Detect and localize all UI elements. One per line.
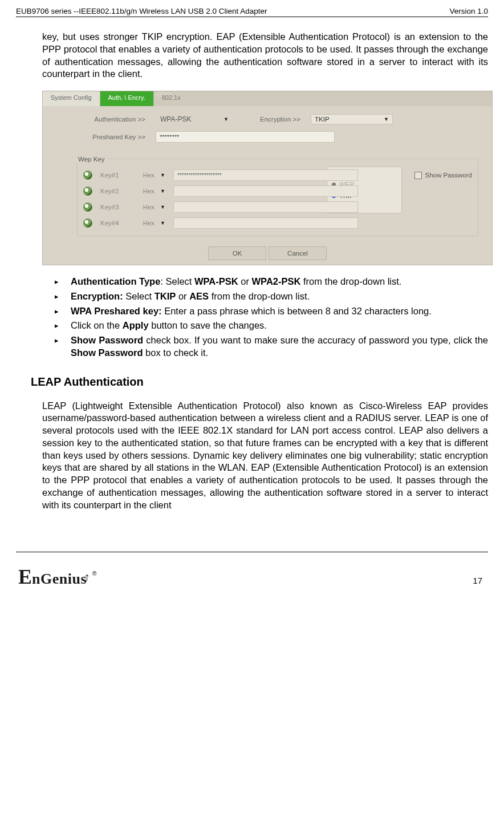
bullet-show-password: Show Password check box. If you want to … bbox=[71, 334, 488, 359]
section-title-leap: LEAP Authentication bbox=[31, 375, 488, 389]
bullet-list: ▸ Authentication Type: Select WPA-PSK or… bbox=[55, 276, 488, 359]
show-password-checkbox[interactable]: Show Password bbox=[414, 172, 472, 179]
checkbox-icon bbox=[414, 172, 422, 179]
ok-button[interactable]: OK bbox=[208, 246, 266, 260]
key4-radio[interactable] bbox=[83, 219, 92, 228]
wep-legend: Wep Key bbox=[75, 156, 108, 163]
arrow-icon: ▸ bbox=[55, 276, 71, 288]
leap-paragraph: LEAP (Lightweight Extensible Authenticat… bbox=[42, 400, 488, 512]
key1-label: Key#1 bbox=[100, 172, 123, 179]
key1-radio[interactable] bbox=[83, 171, 92, 180]
page-footer: EnGenius⤴® 17 bbox=[16, 552, 488, 589]
enc-label: Encryption >> bbox=[243, 116, 300, 123]
intro-paragraph: key, but uses stronger TKIP encryption. … bbox=[42, 31, 488, 80]
bullet-auth-type: Authentication Type: Select WPA-PSK or W… bbox=[71, 276, 488, 288]
key1-input[interactable]: ******************** bbox=[173, 169, 358, 181]
arrow-icon: ▸ bbox=[55, 334, 71, 359]
key1-format[interactable]: Hex▼ bbox=[131, 172, 165, 179]
auth-label: Authentication >> bbox=[77, 116, 145, 123]
header-right: Version 1.0 bbox=[449, 7, 488, 15]
key3-radio[interactable] bbox=[83, 203, 92, 212]
arrow-icon: ▸ bbox=[55, 319, 71, 332]
key2-label: Key#2 bbox=[100, 188, 123, 195]
arrow-icon: ▸ bbox=[55, 290, 71, 303]
key4-input[interactable] bbox=[173, 217, 358, 229]
key4-label: Key#4 bbox=[100, 220, 123, 226]
encryption-select[interactable]: TKIP ▼ bbox=[311, 114, 393, 124]
key2-format[interactable]: Hex▼ bbox=[131, 188, 165, 195]
auth-value: WPA-PSK bbox=[160, 115, 191, 123]
engenius-logo: EnGenius⤴® bbox=[18, 565, 95, 589]
key4-format[interactable]: Hex▼ bbox=[131, 220, 165, 226]
key3-label: Key#3 bbox=[100, 204, 123, 211]
psk-label: Preshared Key >> bbox=[77, 134, 145, 140]
key3-input[interactable] bbox=[173, 201, 358, 213]
page-number: 17 bbox=[473, 576, 486, 589]
tab-8021x[interactable]: 802.1x bbox=[154, 91, 174, 98]
key2-input[interactable] bbox=[173, 185, 358, 197]
bullet-preshared-key: WPA Preshared key: Enter a pass phrase w… bbox=[71, 305, 488, 318]
psk-input[interactable]: ******** bbox=[156, 131, 335, 143]
tab-auth-encry[interactable]: Auth. \ Encry. bbox=[100, 91, 154, 106]
chevron-down-icon: ▼ bbox=[384, 116, 389, 122]
cancel-button[interactable]: Cancel bbox=[269, 246, 327, 260]
arrow-icon: ▸ bbox=[55, 305, 71, 318]
header-left: EUB9706 series --IEEE802.11b/g/n Wireles… bbox=[16, 7, 267, 15]
page-header: EUB9706 series --IEEE802.11b/g/n Wireles… bbox=[16, 7, 488, 17]
bullet-apply: Click on the Apply button to save the ch… bbox=[71, 319, 488, 332]
bullet-encryption: Encryption: Select TKIP or AES from the … bbox=[71, 290, 488, 303]
chevron-down-icon: ▼ bbox=[223, 116, 229, 122]
enc-value: TKIP bbox=[315, 116, 330, 123]
key2-radio[interactable] bbox=[83, 187, 92, 196]
key3-format[interactable]: Hex▼ bbox=[131, 204, 165, 211]
auth-select[interactable]: WPA-PSK ▼ bbox=[156, 114, 233, 124]
config-screenshot: System Config Auth. \ Encry. 802.1x Auth… bbox=[42, 91, 493, 265]
tab-system-config[interactable]: System Config bbox=[43, 91, 100, 106]
